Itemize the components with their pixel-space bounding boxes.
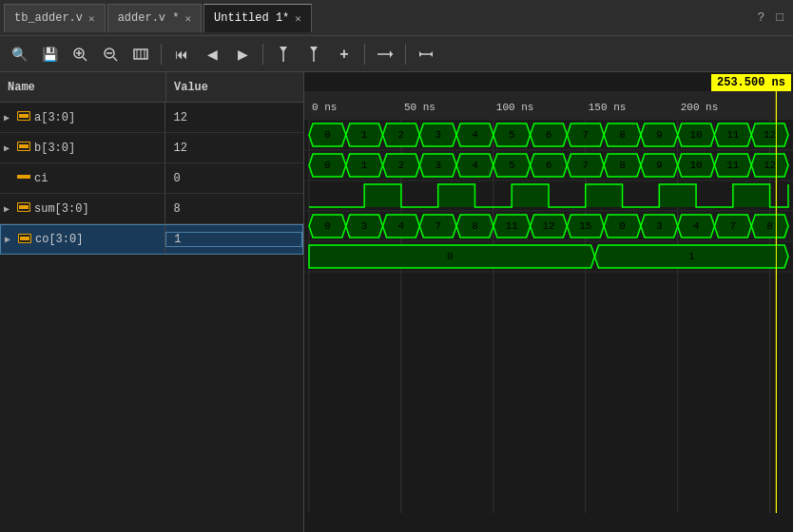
- signal-label: sum[3:0]: [34, 202, 89, 216]
- tab-untitled[interactable]: Untitled 1* ✕: [203, 4, 312, 32]
- svg-text:12: 12: [764, 129, 776, 141]
- signal-value-cell: 1: [165, 232, 302, 247]
- col-value-header: Value: [166, 81, 216, 94]
- zoom-out-button[interactable]: [97, 42, 124, 66]
- svg-text:8: 8: [766, 220, 773, 232]
- svg-text:0: 0: [619, 220, 626, 232]
- signal-panel: Name Value ▶a[3:0]12▶b[3:0]12 ci0▶sum[3:…: [0, 72, 304, 532]
- svg-text:7: 7: [435, 220, 441, 232]
- add-cursor-button[interactable]: +: [331, 42, 358, 66]
- expand-button[interactable]: [413, 42, 439, 66]
- svg-text:5: 5: [509, 160, 515, 171]
- waveform-svg: 0 ns50 ns100 ns150 ns200 ns0123456789101…: [304, 72, 793, 532]
- svg-text:15: 15: [579, 220, 591, 232]
- tab-tb-adder[interactable]: tb_adder.v ✕: [4, 4, 106, 32]
- svg-rect-78: [586, 184, 623, 207]
- go-start-button[interactable]: ⏮: [168, 42, 195, 66]
- signal-row-sum30[interactable]: ▶sum[3:0]8: [0, 194, 303, 224]
- bus-icon: [17, 202, 30, 215]
- link-cursors-button[interactable]: [372, 42, 398, 66]
- svg-text:1: 1: [361, 160, 368, 171]
- svg-text:3: 3: [435, 160, 441, 171]
- signal-value-cell: 12: [165, 111, 303, 124]
- svg-text:4: 4: [693, 220, 700, 232]
- signal-name-cell: ▶b[3:0]: [0, 133, 165, 162]
- svg-text:100 ns: 100 ns: [496, 102, 534, 113]
- svg-rect-79: [659, 184, 696, 207]
- svg-text:10: 10: [689, 129, 702, 141]
- signal-label: ci: [34, 172, 48, 185]
- svg-text:2: 2: [398, 129, 405, 141]
- svg-text:0: 0: [324, 129, 331, 141]
- svg-text:12: 12: [542, 220, 554, 232]
- svg-rect-76: [438, 184, 475, 207]
- expand-arrow[interactable]: ▶: [5, 234, 16, 245]
- close-tab-adder[interactable]: ✕: [184, 12, 191, 25]
- signal-row-a30[interactable]: ▶a[3:0]12: [0, 103, 303, 133]
- signal-label: a[3:0]: [34, 111, 75, 124]
- signal-row-b30[interactable]: ▶b[3:0]12: [0, 133, 303, 163]
- svg-rect-75: [364, 184, 401, 207]
- signal-row-ci[interactable]: ci0: [0, 163, 303, 194]
- bus-icon: [18, 234, 31, 246]
- signal-list: ▶a[3:0]12▶b[3:0]12 ci0▶sum[3:0]8▶co[3:0]…: [0, 103, 303, 532]
- next-button[interactable]: ▶: [229, 42, 256, 66]
- svg-text:11: 11: [726, 129, 740, 141]
- single-icon: [17, 172, 30, 184]
- waveform-panel[interactable]: 253.500 ns 0 ns50 ns100 ns150 ns200 ns01…: [304, 72, 793, 532]
- cursor1-button[interactable]: [270, 42, 297, 66]
- svg-text:1: 1: [688, 251, 695, 262]
- title-bar: tb_adder.v ✕ adder.v * ✕ Untitled 1* ✕ ?…: [0, 0, 793, 36]
- expand-arrow[interactable]: ▶: [4, 112, 15, 124]
- svg-text:11: 11: [506, 220, 519, 232]
- search-button[interactable]: 🔍: [6, 42, 32, 66]
- signal-header: Name Value: [0, 72, 303, 103]
- svg-text:6: 6: [546, 129, 552, 141]
- close-tab-tb-adder[interactable]: ✕: [88, 12, 95, 25]
- help-button[interactable]: ?: [751, 10, 770, 25]
- svg-line-1: [83, 57, 87, 61]
- separator-3: [364, 44, 365, 65]
- svg-text:10: 10: [689, 160, 702, 171]
- separator-4: [405, 44, 406, 65]
- tab-adder[interactable]: adder.v * ✕: [107, 4, 202, 32]
- zoom-in-button[interactable]: [67, 42, 93, 66]
- save-button[interactable]: 💾: [36, 42, 63, 66]
- svg-rect-32: [20, 237, 29, 240]
- svg-text:8: 8: [619, 129, 626, 141]
- svg-text:3: 3: [435, 129, 441, 141]
- svg-text:7: 7: [582, 160, 589, 171]
- expand-arrow[interactable]: ▶: [4, 203, 15, 215]
- svg-text:11: 11: [726, 160, 740, 171]
- separator-1: [161, 44, 162, 65]
- signal-label: b[3:0]: [34, 142, 75, 155]
- svg-marker-16: [390, 50, 393, 58]
- svg-text:8: 8: [619, 160, 626, 171]
- signal-row-co30[interactable]: ▶co[3:0]1: [0, 224, 303, 255]
- signal-name-cell: ci: [0, 163, 165, 193]
- signal-name-cell: ▶sum[3:0]: [0, 194, 165, 223]
- svg-text:4: 4: [472, 160, 478, 171]
- settings-button[interactable]: □: [770, 10, 789, 25]
- svg-rect-26: [17, 175, 30, 179]
- svg-rect-34: [304, 91, 793, 120]
- svg-text:150 ns: 150 ns: [589, 102, 627, 113]
- signal-value-cell: 8: [165, 202, 303, 216]
- cursor2-button[interactable]: [300, 42, 327, 66]
- svg-text:3: 3: [656, 220, 663, 232]
- svg-text:5: 5: [509, 129, 515, 141]
- svg-marker-12: [280, 47, 287, 52]
- col-name-header: Name: [0, 72, 166, 102]
- prev-button[interactable]: ◀: [199, 42, 225, 66]
- svg-marker-14: [310, 47, 318, 52]
- svg-text:7: 7: [582, 129, 589, 141]
- svg-text:0: 0: [447, 251, 454, 262]
- zoom-full-button[interactable]: [127, 42, 154, 66]
- svg-text:0 ns: 0 ns: [312, 102, 337, 113]
- expand-arrow[interactable]: ▶: [4, 142, 15, 154]
- close-tab-untitled[interactable]: ✕: [295, 12, 301, 25]
- svg-text:7: 7: [730, 220, 737, 232]
- signal-label: co[3:0]: [35, 233, 83, 246]
- svg-text:2: 2: [398, 160, 405, 171]
- svg-text:50 ns: 50 ns: [404, 102, 435, 113]
